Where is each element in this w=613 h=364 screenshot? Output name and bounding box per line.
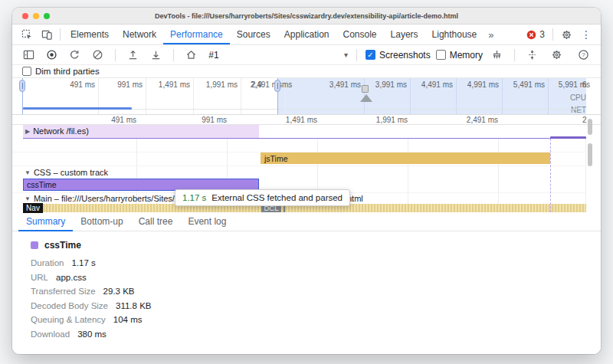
help-icon[interactable]: ? — [573, 45, 593, 65]
css-custom-track-header[interactable]: ▼CSS – custom track — [25, 168, 108, 177]
tab-console[interactable]: Console — [336, 25, 384, 44]
divider — [514, 49, 515, 61]
screenshots-label: Screenshots — [379, 50, 431, 61]
tab-summary[interactable]: Summary — [18, 213, 73, 231]
divider — [173, 49, 174, 61]
overview-tick: 5,491 ms — [503, 80, 545, 89]
dim-third-parties-checkbox[interactable] — [22, 67, 31, 76]
summary-row: Duration 1.17 s — [31, 256, 601, 271]
overview-tick: 4,491 ms — [411, 80, 453, 89]
overview-tick-cut: 2,9 — [221, 80, 262, 89]
details-tabbar: Summary Bottom-up Call tree Event log — [12, 213, 601, 231]
summary-row: Download 380 ms — [31, 327, 601, 342]
overview-tick: 4,991 ms — [457, 80, 499, 89]
collect-garbage-icon[interactable] — [488, 45, 506, 65]
summary-row: Queuing & Latency 104 ms — [31, 313, 601, 327]
ruler-tick: 991 ms — [181, 116, 227, 124]
clear-icon[interactable] — [89, 45, 107, 65]
minimize-window-icon[interactable] — [33, 13, 39, 19]
screenshots-checkbox[interactable]: ✓ — [366, 50, 375, 60]
jstime-entry-bar[interactable]: jsTime — [261, 152, 550, 164]
titlebar: DevTools - file:///Users/harryroberts/Si… — [12, 8, 601, 25]
devtools-window: DevTools - file:///Users/harryroberts/Si… — [12, 8, 601, 354]
screenshots-checkbox-group[interactable]: ✓ Screenshots — [366, 50, 431, 61]
fit-to-window-icon[interactable] — [523, 45, 541, 65]
kebab-menu-icon[interactable]: ⋮ — [576, 28, 596, 41]
ruler-tick: 2,491 ms — [452, 116, 498, 124]
csstime-color-swatch — [31, 241, 38, 249]
error-counter[interactable]: 3 — [522, 29, 549, 40]
network-track-title[interactable]: ▶Network /fil.es) — [25, 126, 89, 136]
cpu-activity-peak — [360, 94, 372, 102]
summary-entry-name: cssTime — [44, 240, 81, 251]
tab-event-log[interactable]: Event log — [180, 213, 234, 231]
overview-tick: 491 ms — [54, 80, 95, 89]
tab-layers[interactable]: Layers — [384, 25, 425, 44]
close-window-icon[interactable] — [22, 13, 28, 19]
overview-tick-cut: 6 — [582, 80, 590, 89]
dim-third-parties-row: Dim third parties — [12, 65, 601, 78]
ruler-tick: 491 ms — [90, 116, 136, 124]
settings-gear-icon[interactable] — [556, 25, 576, 44]
inspect-element-icon[interactable] — [17, 25, 37, 44]
traffic-lights — [22, 13, 50, 19]
svg-text:?: ? — [582, 51, 585, 58]
toggle-sidebar-icon[interactable] — [20, 45, 38, 65]
net-lane-label: NET — [549, 106, 586, 114]
upload-profile-icon[interactable] — [124, 45, 142, 65]
divider — [356, 49, 357, 61]
history-dropdown[interactable]: #1 ▾ — [208, 50, 348, 61]
memory-checkbox-group[interactable]: Memory — [436, 50, 483, 61]
scrollbar-thumb[interactable] — [588, 119, 592, 135]
devtools-tabbar: Elements Network Performance Sources App… — [12, 25, 601, 45]
device-toolbar-icon[interactable] — [37, 25, 57, 44]
summary-panel: cssTime Duration 1.17 s URL app.css Tran… — [12, 231, 601, 354]
error-icon — [526, 30, 536, 40]
network-track[interactable]: ▶Network /fil.es) — [12, 125, 601, 139]
cpu-lane-label: CPU — [549, 93, 586, 102]
tab-network[interactable]: Network — [116, 25, 163, 44]
memory-label: Memory — [450, 50, 483, 61]
error-count: 3 — [539, 29, 545, 40]
tab-call-tree[interactable]: Call tree — [131, 213, 181, 231]
more-tabs-icon[interactable]: » — [484, 29, 498, 41]
record-and-reload-icon[interactable] — [66, 45, 84, 65]
screenshot-thumbnail[interactable] — [362, 85, 369, 93]
dim-third-parties-label: Dim third parties — [35, 67, 100, 76]
overview-tick: 991 ms — [101, 80, 143, 89]
tab-application[interactable]: Application — [277, 25, 336, 44]
entry-end-marker-line — [550, 139, 551, 212]
performance-tooltip: 1.17 s External CSS fetched and parsed — [175, 189, 350, 206]
record-icon[interactable] — [43, 45, 61, 65]
overview-tick: 3,991 ms — [366, 80, 407, 89]
memory-checkbox[interactable] — [436, 50, 446, 60]
overview-tick: 1,491 ms — [149, 80, 190, 89]
disclosure-collapsed-icon: ▶ — [25, 128, 30, 135]
network-request-segment — [550, 136, 586, 139]
tab-bottom-up[interactable]: Bottom-up — [73, 213, 130, 231]
timeline-ruler[interactable]: 491 ms 991 ms 1,491 ms 1,991 ms 2,491 ms… — [12, 115, 601, 125]
divider — [552, 28, 553, 41]
chevron-down-icon: ▾ — [344, 51, 348, 59]
ruler-tick: 1,991 ms — [362, 116, 408, 124]
tab-sources[interactable]: Sources — [230, 25, 277, 44]
main-track-header[interactable]: ▼Main – file:///Users/harryroberts/Sites… — [25, 194, 179, 203]
range-handle-left[interactable] — [19, 80, 25, 92]
disclosure-expanded-icon: ▼ — [25, 169, 31, 176]
download-profile-icon[interactable] — [147, 45, 165, 65]
tab-elements[interactable]: Elements — [64, 25, 116, 44]
window-title: DevTools - file:///Users/harryroberts/Si… — [12, 8, 601, 25]
home-icon[interactable] — [182, 45, 200, 65]
zoom-window-icon[interactable] — [44, 13, 50, 19]
tab-lighthouse[interactable]: Lighthouse — [425, 25, 484, 44]
tab-performance[interactable]: Performance — [163, 25, 230, 44]
network-overview-request — [23, 107, 132, 110]
nav-marker-badge[interactable]: Nav — [23, 203, 43, 213]
capture-settings-gear-icon[interactable] — [546, 45, 566, 65]
scrollbar-thumb[interactable] — [588, 143, 592, 166]
history-selected-value: #1 — [208, 50, 218, 61]
summary-row: Transferred Size 29.3 KB — [31, 284, 601, 299]
range-handle-right[interactable] — [274, 80, 280, 92]
tooltip-text: External CSS fetched and parsed — [211, 193, 343, 202]
disclosure-expanded-icon: ▼ — [25, 195, 31, 202]
